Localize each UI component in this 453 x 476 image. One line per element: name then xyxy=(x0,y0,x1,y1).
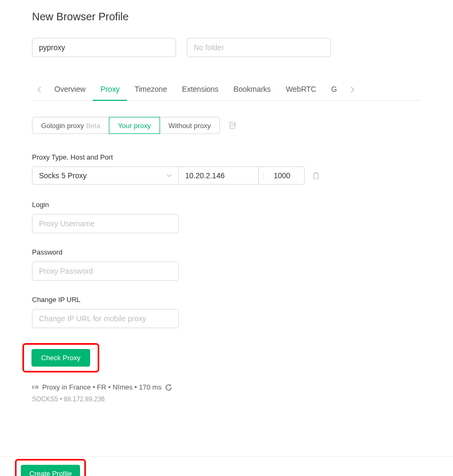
proxy-port-input[interactable] xyxy=(267,166,305,185)
tab-webrtc[interactable]: WebRTC xyxy=(279,78,324,101)
top-input-row xyxy=(32,38,421,57)
login-field-group: Login xyxy=(32,201,421,233)
tab-scroll-left-icon[interactable] xyxy=(32,86,47,93)
check-proxy-button[interactable]: Check Proxy xyxy=(31,349,90,367)
login-input[interactable] xyxy=(32,214,179,233)
tab-timezone[interactable]: Timezone xyxy=(127,78,174,101)
tab-overview[interactable]: Overview xyxy=(47,78,93,101)
proxy-status-text: Proxy in France • FR • Nîmes • 170 ms xyxy=(42,383,162,391)
proxy-type-label: Proxy Type, Host and Port xyxy=(32,153,421,161)
tabs-container: Overview Proxy Timezone Extensions Bookm… xyxy=(32,78,421,101)
profile-name-input[interactable] xyxy=(32,38,176,57)
proxy-result-row: FR Proxy in France • FR • Nîmes • 170 ms xyxy=(32,383,421,391)
proxy-mode-group: Gologin proxy Beta Your proxy Without pr… xyxy=(32,117,421,134)
change-ip-input[interactable] xyxy=(32,309,179,328)
password-input[interactable] xyxy=(32,261,179,281)
trash-icon[interactable] xyxy=(312,171,320,180)
tab-proxy[interactable]: Proxy xyxy=(93,78,127,101)
proxy-mode-gologin-label: Gologin proxy xyxy=(41,122,84,130)
country-flag-icon: FR xyxy=(32,385,39,390)
password-field-group: Password xyxy=(32,248,421,281)
chevron-down-icon xyxy=(166,174,172,177)
folder-input[interactable] xyxy=(187,38,331,57)
proxy-mode-without-proxy[interactable]: Without proxy xyxy=(160,117,220,134)
check-proxy-highlight: Check Proxy xyxy=(22,343,99,372)
refresh-icon[interactable] xyxy=(165,384,172,391)
proxy-detail-text: SOCKS5 • 88.172.89.236 xyxy=(32,395,421,403)
tab-bookmarks[interactable]: Bookmarks xyxy=(226,78,279,101)
login-label: Login xyxy=(32,201,421,209)
proxy-type-field-group: Proxy Type, Host and Port Socks 5 Proxy … xyxy=(32,153,421,185)
create-profile-button[interactable]: Create Profile xyxy=(21,465,80,476)
create-profile-highlight: Create Profile xyxy=(15,459,86,476)
tab-extensions[interactable]: Extensions xyxy=(174,78,226,101)
tab-geolocation[interactable]: G xyxy=(324,78,345,101)
change-ip-label: Change IP URL xyxy=(32,296,421,304)
proxy-mode-beta-label: Beta xyxy=(86,122,100,130)
proxy-host-input[interactable] xyxy=(179,166,259,185)
proxy-type-select[interactable]: Socks 5 Proxy xyxy=(32,166,179,185)
proxy-type-value: Socks 5 Proxy xyxy=(39,171,86,180)
password-label: Password xyxy=(32,248,421,256)
page-title: New Browser Profile xyxy=(32,11,421,23)
bottom-bar: Create Profile xyxy=(0,456,453,476)
change-ip-field-group: Change IP URL xyxy=(32,296,421,328)
paste-icon[interactable] xyxy=(228,121,237,130)
svg-rect-0 xyxy=(230,122,235,129)
tab-scroll-right-icon[interactable] xyxy=(345,86,360,93)
proxy-type-row: Socks 5 Proxy : xyxy=(32,166,421,185)
proxy-mode-gologin[interactable]: Gologin proxy Beta xyxy=(32,117,109,134)
port-separator: : xyxy=(259,166,267,185)
proxy-mode-your-proxy[interactable]: Your proxy xyxy=(109,117,160,134)
